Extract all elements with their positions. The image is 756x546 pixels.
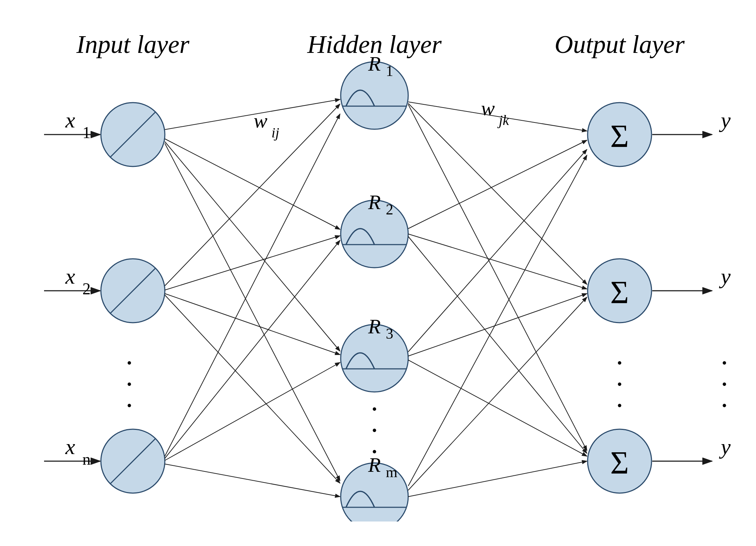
svg-line-38 (408, 140, 587, 229)
weight-label-jk-sub: jk (497, 112, 509, 128)
svg-line-30 (165, 295, 340, 483)
svg-line-29 (165, 294, 340, 355)
hidden-label-2: R (368, 191, 380, 214)
svg-line-31 (165, 114, 340, 456)
svg-line-24 (165, 139, 340, 229)
weight-label-ij-sub: ij (271, 125, 279, 141)
svg-line-34 (165, 464, 340, 497)
svg-line-28 (165, 236, 340, 290)
output-sigma-q: Σ (610, 445, 629, 480)
hidden-label-m-sub: m (386, 464, 398, 480)
output-layer-label: Output layer (555, 30, 685, 59)
input-label-n-sub: n (82, 450, 91, 468)
output-label-q: y (719, 435, 731, 459)
hidden-label-1-sub: 1 (386, 63, 393, 79)
svg-line-46 (408, 461, 587, 497)
neural-network-diagram: Input layer Hidden layer Output layer x … (23, 24, 733, 522)
output-label-1: y (719, 108, 731, 132)
svg-line-32 (165, 240, 340, 458)
hidden-label-m: R (368, 453, 380, 476)
output-sigma-2: Σ (610, 275, 629, 310)
svg-text:·: · (721, 390, 728, 421)
weight-label-jk: w (481, 97, 495, 120)
hidden-label-1: R (368, 52, 380, 75)
svg-line-26 (165, 143, 340, 481)
svg-line-41 (408, 149, 587, 352)
hidden-label-3: R (368, 315, 380, 338)
svg-line-43 (408, 360, 587, 456)
weight-label-ij: w (254, 109, 268, 132)
svg-line-36 (408, 103, 587, 284)
input-label-1: x (65, 108, 75, 132)
svg-text:·: · (616, 390, 623, 421)
output-label-2: y (719, 264, 731, 288)
input-label-1-sub: 1 (82, 124, 91, 142)
svg-line-23 (165, 99, 340, 130)
svg-line-27 (165, 104, 340, 286)
hidden-label-3-sub: 3 (386, 326, 393, 342)
input-layer-label: Input layer (76, 30, 190, 59)
hidden-label-2-sub: 2 (386, 201, 393, 218)
svg-text:·: · (126, 390, 133, 421)
svg-line-37 (408, 104, 587, 451)
output-sigma-1: Σ (610, 119, 629, 154)
input-label-n: x (65, 435, 75, 459)
input-label-2: x (65, 264, 75, 288)
svg-line-33 (165, 362, 340, 460)
svg-line-44 (408, 155, 587, 486)
svg-line-35 (408, 102, 587, 131)
svg-line-45 (408, 297, 587, 490)
svg-line-39 (408, 234, 587, 289)
svg-line-40 (408, 236, 587, 453)
input-label-2-sub: 2 (82, 280, 91, 298)
svg-line-25 (165, 142, 340, 351)
svg-line-42 (408, 294, 587, 356)
